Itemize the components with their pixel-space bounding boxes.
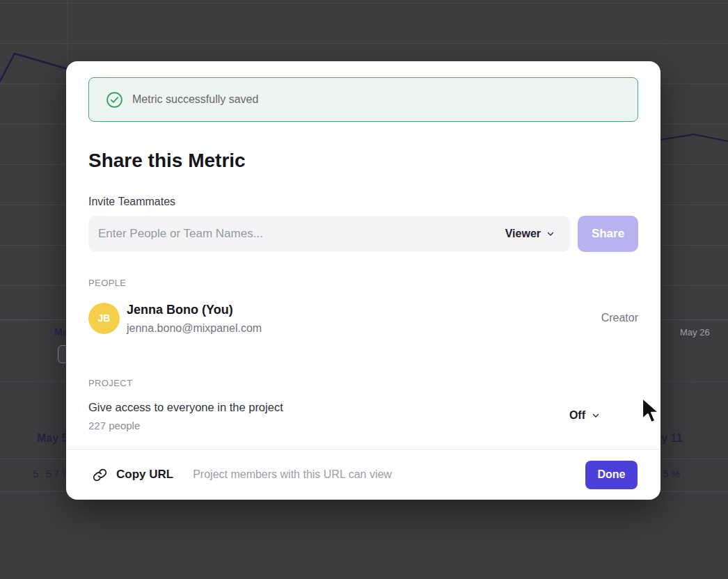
people-section-label: PEOPLE — [88, 278, 126, 288]
project-people-count: 227 people — [88, 420, 569, 431]
share-button[interactable]: Share — [578, 216, 638, 252]
person-role: Creator — [601, 312, 638, 324]
person-row: JB Jenna Bono (You) jenna.bono@mixpanel.… — [88, 302, 638, 335]
url-permission-hint: Project members with this URL can view — [193, 468, 585, 481]
role-dropdown-value: Viewer — [505, 228, 541, 240]
x-axis-tick-label: May 26 — [680, 327, 710, 338]
avatar: JB — [88, 303, 120, 334]
person-name: Jenna Bono (You) — [127, 302, 601, 318]
success-banner: Metric successfully saved — [88, 77, 638, 122]
banner-message: Metric successfully saved — [132, 93, 258, 106]
project-access-dropdown[interactable]: Off — [569, 409, 600, 422]
done-button[interactable]: Done — [585, 461, 638, 489]
chevron-down-icon — [546, 230, 555, 238]
invite-people-input[interactable] — [98, 227, 500, 241]
table-date-header: May 5 — [37, 432, 68, 445]
invite-input-container: Viewer — [88, 216, 570, 252]
copy-url-label: Copy URL — [116, 468, 173, 482]
modal-footer: Copy URL Project members with this URL c… — [66, 449, 660, 500]
project-access-row: Give access to everyone in the project 2… — [88, 400, 638, 431]
role-dropdown[interactable]: Viewer — [500, 223, 560, 244]
chevron-down-icon — [592, 411, 600, 420]
project-access-info: Give access to everyone in the project 2… — [88, 400, 569, 431]
link-icon — [93, 468, 107, 482]
share-metric-modal: Metric successfully saved Share this Met… — [66, 61, 660, 500]
check-circle-icon — [106, 91, 123, 109]
copy-url-button[interactable]: Copy URL — [93, 468, 173, 482]
project-section-label: PROJECT — [88, 378, 132, 388]
modal-title: Share this Metric — [88, 150, 246, 172]
person-email: jenna.bono@mixpanel.com — [127, 322, 601, 335]
project-access-value: Off — [569, 409, 585, 422]
invite-teammates-label: Invite Teammates — [88, 196, 175, 208]
person-info: Jenna Bono (You) jenna.bono@mixpanel.com — [127, 302, 601, 335]
project-access-title: Give access to everyone in the project — [88, 400, 569, 415]
